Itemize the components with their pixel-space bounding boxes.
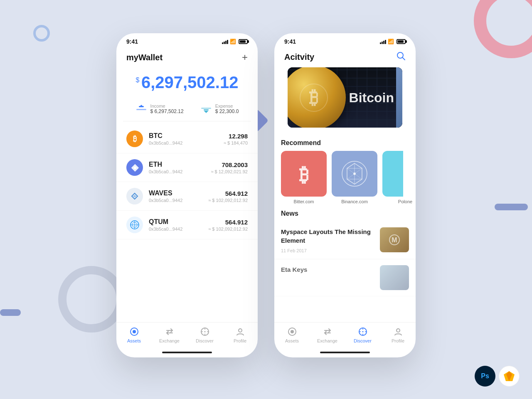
news-title-1: Myspace Layouts The Missing Element [281,227,375,245]
news-content-1: Myspace Layouts The Missing Element 11 F… [281,227,375,253]
svg-point-13 [133,330,136,333]
wifi-icon-1: 📶 [230,39,236,44]
waves-usd: ≈ $ 102,092,012.92 [208,198,248,203]
svg-point-15 [204,331,205,332]
nav-label-profile-1: Profile [234,338,246,343]
news-date-1: 11 Feb 2017 [281,248,375,253]
list-item[interactable]: QTUM 0x3b5ca0...9442 564.912 ≈ $ 102,092… [116,211,258,239]
binance-card [332,151,377,197]
assets-icon-1 [129,327,139,337]
eth-values: 708.2003 ≈ $ 12,092,021.92 [211,161,248,174]
nav-item-exchange-2[interactable]: Exchange [310,327,345,343]
activity-title: Acitvity [284,52,314,62]
svg-rect-3 [201,108,211,109]
svg-line-22 [402,57,405,60]
btc-amount: 12.298 [224,133,248,140]
signal-bar-3 [225,41,227,44]
list-item[interactable]: Myspace Layouts The Missing Element 11 F… [274,222,416,259]
activity-content: ₿ Bitcoin Recommend ₿ Bi [274,67,416,322]
qtum-icon [126,217,143,233]
bitcoin-coin: ₿ [288,67,346,128]
svg-marker-7 [133,195,136,197]
phones-wrapper: 9:41 📶 myWallet + [116,33,416,357]
qtum-usd: ≈ $ 102,092,012.92 [208,227,248,232]
income-icon [135,105,147,113]
nav-label-exchange-2: Exchange [317,338,337,343]
nav-label-discover-2: Discover [354,338,372,343]
news-content-2: Eta Keys [281,265,375,274]
list-item[interactable]: ◈ ETH 0x3b5ca0...9442 708.2003 ≈ $ 12,09… [116,153,258,182]
btc-name: BTC [149,132,224,140]
svg-point-20 [239,329,242,332]
signal-bar-4 [227,40,228,44]
bitter-card: ₿ [281,151,327,197]
news-thumb-1: M [380,227,409,252]
sketch-logo [499,366,520,387]
btc-icon: ₿ [126,131,143,147]
phone-activity: 9:41 📶 Acitvity [274,33,416,357]
bg-decoration-circle-blue [33,25,50,42]
signal-bars-1 [222,39,228,44]
status-icons-2: 📶 [380,39,406,44]
eth-usd: ≈ $ 12,092,021.92 [211,169,248,174]
svg-point-39 [362,331,363,332]
nav-item-discover-2[interactable]: Discover [345,327,380,343]
bg-decoration-rect-left [0,309,21,316]
qtum-values: 564.912 ≈ $ 102,092,012.92 [208,219,248,232]
nav-item-exchange-1[interactable]: Exchange [152,327,187,343]
eth-address: 0x3b5ca0...9442 [149,169,211,174]
bitcoin-banner[interactable]: ₿ Bitcoin [288,67,402,128]
nav-label-profile-2: Profile [392,338,404,343]
qtum-amount: 564.912 [208,219,248,226]
btc-address: 0x3b5ca0...9442 [149,140,224,145]
nav-item-profile-1[interactable]: Profile [222,327,258,343]
balance-section: $ 6,297,502.12 [116,70,258,100]
svg-point-44 [397,329,400,332]
nav-label-assets-2: Assets [285,338,299,343]
binance-name: Binance.com [332,199,377,204]
discover-icon-1 [200,327,210,337]
home-indicator-2 [320,352,370,353]
btc-values: 12.298 ≈ $ 184,470 [224,133,248,145]
list-item[interactable]: Polone [382,151,416,204]
phone-wallet: 9:41 📶 myWallet + [116,33,258,357]
nav-item-discover-1[interactable]: Discover [187,327,222,343]
list-item[interactable]: WAVES 0x3b5ca0...9442 564.912 ≈ $ 102,09… [116,182,258,211]
eth-amount: 708.2003 [211,161,248,168]
recommend-title: Recommend [274,133,416,151]
signal-bars-2 [380,39,386,44]
discover-icon-2 [358,327,368,337]
assets-icon-2 [287,327,297,337]
nav-label-discover-1: Discover [196,338,214,343]
svg-marker-5 [204,111,209,113]
nav-item-assets-1[interactable]: Assets [116,327,152,343]
btc-usd: ≈ $ 184,470 [224,140,248,145]
signal-bar-2-4 [385,40,386,44]
income-label: Income [150,103,184,108]
signal-bar-2 [224,42,225,44]
profile-icon-1 [235,327,245,337]
svg-point-37 [291,330,294,333]
svg-rect-0 [136,109,146,110]
news-thumb-2 [380,265,409,290]
qtum-name: QTUM [149,218,208,226]
waves-info: WAVES 0x3b5ca0...9442 [149,190,208,203]
eth-name: ETH [149,161,211,168]
eth-icon: ◈ [126,159,143,176]
photoshop-logo: Ps [475,366,495,387]
income-value: $ 6,297,502.12 [150,108,184,114]
status-bar-2: 9:41 📶 [274,33,416,48]
coin-list: ₿ BTC 0x3b5ca0...9442 12.298 ≈ $ 184,470… [116,121,258,322]
list-item[interactable]: ₿ Bitter.com [281,151,327,204]
btc-info: BTC 0x3b5ca0...9442 [149,132,224,145]
list-item[interactable]: Eta Keys [274,259,416,296]
search-button[interactable] [397,52,406,62]
nav-item-profile-2[interactable]: Profile [380,327,416,343]
signal-bar-2-1 [380,42,381,44]
bitcoin-label: Bitcoin [349,90,394,105]
add-wallet-button[interactable]: + [242,52,248,63]
list-item[interactable]: ₿ BTC 0x3b5ca0...9442 12.298 ≈ $ 184,470 [116,125,258,153]
list-item[interactable]: Binance.com [332,151,377,204]
nav-item-assets-2[interactable]: Assets [274,327,310,343]
qtum-address: 0x3b5ca0...9442 [149,227,208,232]
